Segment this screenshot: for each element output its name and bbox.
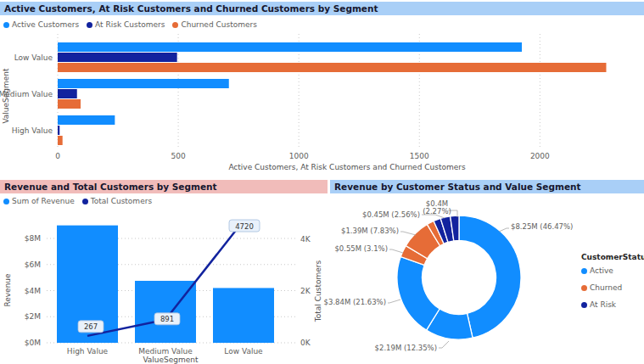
legend-dot-icon <box>3 199 9 204</box>
bar-active-customers-low-value[interactable] <box>58 42 522 52</box>
legend-item-active-customers[interactable]: Active Customers <box>3 20 79 29</box>
y1-axis-title: Revenue <box>3 273 12 307</box>
legend-item-label: Active Customers <box>12 20 79 29</box>
legend-item-label: At Risk Customers <box>95 20 165 29</box>
legend-item-label: Sum of Revenue <box>12 197 75 205</box>
y2-axis-title: Total Customers <box>314 260 322 323</box>
x-category-label: High Value <box>67 347 109 356</box>
legend-item-label: Churned Customers <box>181 20 256 29</box>
line-data-label-text: 891 <box>160 315 174 323</box>
y1-tick-label: $8M <box>25 234 41 243</box>
legend-revenue-chart: Sum of RevenueTotal Customers <box>3 197 152 205</box>
legend-item-label: Churned <box>590 283 622 292</box>
bar-churned-customers-high-value[interactable] <box>58 136 63 145</box>
callout-leader-line <box>388 300 400 303</box>
slice-label: $1.39M (7.83%) <box>341 227 399 235</box>
combo-chart-revenue: $0M$2M$4M$6M$8M0K2K4KHigh ValueMedium Va… <box>0 209 328 364</box>
bar-at-risk-customers-high-value[interactable] <box>58 126 59 135</box>
legend-item-at-risk[interactable]: At Risk <box>581 300 644 309</box>
bar-churned-customers-low-value[interactable] <box>58 63 606 72</box>
legend-dot-icon <box>581 302 587 308</box>
panel-revenue-by-segment: Revenue and Total Customers by Segment S… <box>0 180 328 364</box>
bar-sum-of-revenue-low-value[interactable] <box>213 288 274 343</box>
x-tick-label: 0 <box>55 152 60 160</box>
slice-label: $0.55M (3.1%) <box>334 244 388 253</box>
slice-label: (2.27%) <box>423 207 451 216</box>
legend-dot-icon <box>172 22 178 28</box>
x-tick-label: 1000 <box>289 152 309 160</box>
line-data-label-text: 267 <box>84 322 98 331</box>
legend-dot-icon <box>3 22 9 28</box>
y1-tick-label: $6M <box>25 260 41 269</box>
bar-at-risk-customers-medium-value[interactable] <box>58 89 77 98</box>
legend-dot-icon <box>581 285 587 291</box>
callout-leader-line <box>400 232 416 235</box>
y1-tick-label: $0M <box>25 339 41 347</box>
slice-label: $8.25M (46.47%) <box>511 222 573 231</box>
y1-tick-label: $4M <box>25 287 41 295</box>
legend-item-total-customers[interactable]: Total Customers <box>82 197 152 205</box>
line-data-label-low-value: 4720 <box>229 220 260 232</box>
chart-title-customers-by-segment: Active Customers, At Risk Customers and … <box>0 2 644 15</box>
x-axis-title: ValueSegment <box>143 356 199 364</box>
line-data-label-high-value: 267 <box>78 321 104 333</box>
y-category-label: Low Value <box>14 53 53 62</box>
x-tick-label: 1500 <box>410 152 429 160</box>
legend-item-active[interactable]: Active <box>581 266 644 275</box>
line-data-label-medium-value: 891 <box>154 313 180 325</box>
bar-chart-customers: 0500100015002000Low ValueMedium ValueHig… <box>0 32 644 178</box>
x-tick-label: 500 <box>171 152 185 160</box>
legend-item-label: Total Customers <box>91 197 152 205</box>
legend-customers-chart: Active CustomersAt Risk CustomersChurned… <box>3 20 257 29</box>
legend-dot-icon <box>82 199 88 204</box>
panel-revenue-by-status: Revenue by Customer Status and Value Seg… <box>330 180 644 364</box>
x-category-label: Low Value <box>224 347 263 356</box>
y1-tick-label: $2M <box>25 312 41 321</box>
callout-leader-line <box>499 228 509 232</box>
callout-leader-line <box>439 341 449 348</box>
y-category-label: High Value <box>12 126 53 135</box>
legend-item-churned-customers[interactable]: Churned Customers <box>172 20 256 29</box>
bar-active-customers-medium-value[interactable] <box>58 79 229 88</box>
slice-label: $2.19M (12.35%) <box>375 344 437 352</box>
x-tick-label: 2000 <box>530 152 550 160</box>
callout-leader-line <box>389 249 403 253</box>
slice-label: $0.45M (2.56%) <box>362 210 420 219</box>
y2-tick-label: 0K <box>300 339 311 347</box>
bar-active-customers-high-value[interactable] <box>58 115 115 125</box>
bar-at-risk-customers-low-value[interactable] <box>58 53 177 62</box>
y2-tick-label: 2K <box>300 287 311 295</box>
donut-slice-active-3-84m[interactable] <box>397 256 440 330</box>
legend-item-at-risk-customers[interactable]: At Risk Customers <box>87 20 165 29</box>
line-data-label-text: 4720 <box>235 222 254 231</box>
legend-dot-icon <box>87 22 92 28</box>
legend-item-label: Active <box>590 266 613 275</box>
legend-title: CustomerStatus <box>581 253 644 261</box>
bar-sum-of-revenue-medium-value[interactable] <box>135 281 196 343</box>
dashboard: Active Customers, At Risk Customers and … <box>0 0 644 364</box>
y2-tick-label: 4K <box>300 235 311 244</box>
y-axis-title: ValueSegment <box>2 68 10 124</box>
legend-item-label: At Risk <box>590 300 616 309</box>
chart-title-revenue-by-segment: Revenue and Total Customers by Segment <box>0 180 328 193</box>
legend-customer-status: CustomerStatus ActiveChurnedAt Risk <box>581 253 644 317</box>
chart-title-revenue-by-status: Revenue by Customer Status and Value Seg… <box>330 180 644 193</box>
legend-dot-icon <box>581 268 587 274</box>
slice-label: $3.84M (21.63%) <box>324 298 386 306</box>
legend-item-sum-of-revenue[interactable]: Sum of Revenue <box>3 197 75 205</box>
legend-item-churned[interactable]: Churned <box>581 283 644 292</box>
x-category-label: Medium Value <box>138 347 193 356</box>
bar-churned-customers-medium-value[interactable] <box>58 99 81 109</box>
x-axis-title: Active Customers, At Risk Customers and … <box>228 163 466 171</box>
panel-customers-by-segment: Active Customers, At Risk Customers and … <box>0 0 644 178</box>
